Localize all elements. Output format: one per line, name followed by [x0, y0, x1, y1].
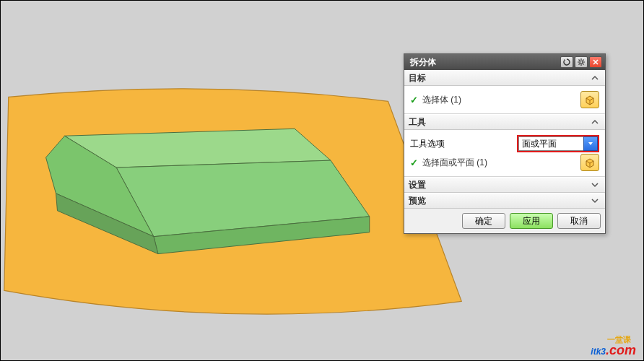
select-body-button[interactable]	[580, 91, 599, 108]
watermark: itk3 一堂课 .com	[591, 335, 636, 356]
svg-point-0	[580, 61, 583, 64]
svg-line-7	[583, 60, 584, 61]
tool-option-label: 工具选项	[410, 138, 514, 150]
svg-line-8	[579, 64, 580, 65]
dialog-titlebar[interactable]: 拆分体	[404, 54, 605, 70]
check-icon: ✓	[410, 157, 418, 168]
section-target-body: ✓ 选择体 (1)	[404, 86, 605, 114]
close-icon[interactable]	[589, 56, 602, 68]
chevron-down-icon	[589, 195, 601, 206]
select-face-button[interactable]	[580, 154, 599, 171]
watermark-domain: .com	[606, 343, 636, 357]
reset-icon[interactable]	[560, 56, 573, 68]
section-preview-label: 预览	[409, 195, 426, 207]
section-preview-header[interactable]: 预览	[404, 193, 605, 209]
svg-line-5	[579, 60, 580, 61]
svg-line-6	[583, 64, 584, 65]
watermark-tag: 一堂课	[607, 335, 631, 344]
tool-option-combo-highlight: 面或平面	[517, 135, 599, 152]
dialog-title: 拆分体	[410, 56, 560, 69]
section-settings-header[interactable]: 设置	[404, 177, 605, 193]
section-settings-label: 设置	[409, 179, 426, 191]
split-body-dialog: 拆分体 目标 ✓ 选择体 (1) 工具 工	[404, 53, 606, 234]
section-tool-label: 工具	[409, 116, 426, 129]
chevron-down-icon	[589, 179, 601, 191]
dialog-button-bar: 确定 应用 取消	[404, 209, 605, 233]
section-target-label: 目标	[409, 72, 426, 84]
select-body-label[interactable]: 选择体 (1)	[422, 94, 580, 106]
chevron-up-icon	[589, 116, 601, 128]
watermark-brand: itk3	[591, 348, 606, 356]
section-target-header[interactable]: 目标	[404, 70, 605, 86]
ok-button[interactable]: 确定	[462, 213, 505, 229]
dropdown-icon[interactable]	[583, 136, 598, 151]
cancel-button[interactable]: 取消	[557, 213, 601, 229]
settings-icon[interactable]	[575, 56, 588, 68]
section-tool-header[interactable]: 工具	[404, 114, 605, 130]
check-icon: ✓	[410, 95, 418, 105]
tool-option-value[interactable]: 面或平面	[518, 136, 583, 151]
apply-button[interactable]: 应用	[510, 213, 553, 229]
chevron-up-icon	[589, 72, 601, 84]
section-tool-body: 工具选项 面或平面 ✓ 选择面或平面 (1)	[404, 130, 605, 177]
select-face-label[interactable]: 选择面或平面 (1)	[422, 157, 580, 169]
